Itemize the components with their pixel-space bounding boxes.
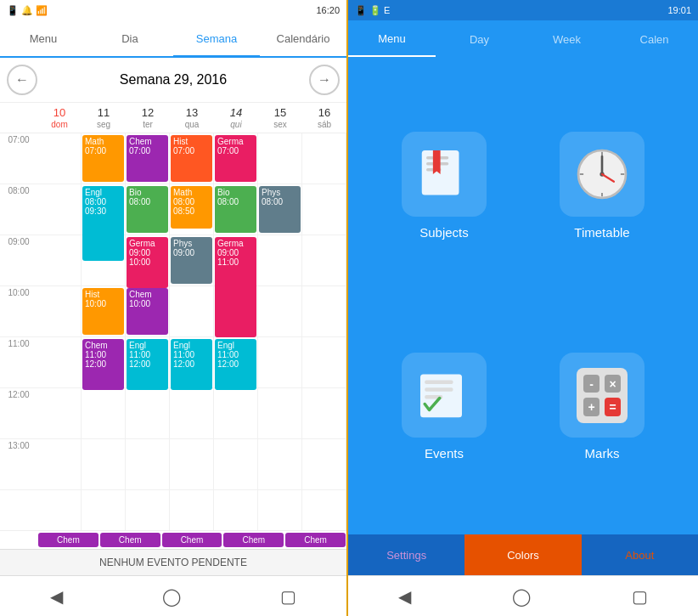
nav-tabs-right: Menu Day Week Calen [348, 20, 698, 58]
chem-item-2[interactable]: Chem [100, 533, 160, 547]
day-col-16 [302, 133, 346, 530]
timetable-icon-wrap [560, 132, 645, 217]
marks-label: Marks [585, 446, 620, 461]
status-icons-right: 📱 🔋 E [355, 5, 390, 16]
subjects-label: Subjects [419, 225, 469, 240]
chem-item-4[interactable]: Chem [223, 533, 284, 547]
day-header-13: 13 qua [170, 103, 214, 133]
subjects-icon-wrap [402, 132, 487, 217]
time-right: 19:01 [667, 5, 691, 15]
event-hist-0700-13[interactable]: Hist07:00 [171, 135, 212, 182]
day-col-14: Germa07:00 Bio08:00 Germa09:0011:00 Engl… [214, 133, 258, 530]
time-0900: 09:00 [0, 235, 37, 286]
day-header-12: 12 ter [126, 103, 170, 133]
day-header-15: 15 sex [258, 103, 302, 133]
colors-tab[interactable]: Colors [464, 534, 581, 575]
day-col-15: Phys08:00 [258, 133, 302, 530]
day-col-12: Chem07:00 Bio08:00 Germa09:0010:00 Chem1… [126, 133, 170, 530]
right-panel: 📱 🔋 E 19:01 Menu Day Week Calen Subjects [348, 0, 698, 616]
day-header-10: 10 dom [37, 103, 82, 133]
time-1100: 11:00 [0, 337, 37, 388]
day-col-10 [37, 133, 82, 530]
event-hist-1000-11[interactable]: Hist10:00 [82, 288, 124, 335]
event-math-0800-13[interactable]: Math08:0008:50 [171, 186, 212, 229]
event-chem-0700-12[interactable]: Chem07:00 [127, 135, 168, 182]
events-icon [414, 365, 474, 425]
marks-item[interactable]: - × + = Marks [523, 297, 681, 518]
recent-button-left[interactable]: ▢ [263, 579, 313, 613]
time-1300: 13:00 [0, 439, 37, 490]
timetable-label: Timetable [574, 225, 629, 240]
bottom-status: NENHUM EVENTO PENDENTE [0, 549, 346, 575]
event-phys-0900-13[interactable]: Phys09:00 [171, 237, 212, 284]
bottom-nav-right: ◀ ◯ ▢ [348, 575, 698, 616]
calendar-body: 07:00 08:00 09:00 10:00 11:00 12:00 13:0… [0, 133, 346, 530]
day-col-11: Math07:00 Engl08:0009:30 Hist10:00 Chem1… [82, 133, 126, 530]
time-0800: 08:00 [0, 184, 37, 235]
event-bio-0800-12[interactable]: Bio08:00 [127, 186, 168, 233]
event-germa-0900-12[interactable]: Germa09:0010:00 [127, 237, 168, 288]
event-engl-1100-14[interactable]: Engl11:0012:00 [215, 339, 256, 390]
subjects-item[interactable]: Subjects [365, 75, 523, 297]
home-grid: Subjects Timetable [348, 58, 698, 534]
recent-button-right[interactable]: ▢ [615, 579, 665, 613]
events-grid: Math07:00 Engl08:0009:30 Hist10:00 Chem1… [37, 133, 346, 530]
event-math-0700-11[interactable]: Math07:00 [82, 135, 124, 182]
timetable-item[interactable]: Timetable [523, 75, 681, 297]
status-icons-left: 📱 🔔 📶 [7, 5, 48, 16]
event-chem-1000-12[interactable]: Chem10:00 [127, 288, 168, 335]
time-left: 16:20 [316, 5, 340, 15]
tab-menu-left[interactable]: Menu [0, 22, 87, 55]
event-engl-0800-11[interactable]: Engl08:0009:30 [82, 186, 124, 261]
tab-calendario[interactable]: Calendário [260, 22, 346, 55]
settings-tab[interactable]: Settings [348, 534, 464, 575]
event-phys-0800-15[interactable]: Phys08:00 [259, 186, 301, 233]
event-germa-0900-14[interactable]: Germa09:0011:00 [215, 237, 256, 337]
timetable-icon [572, 144, 632, 204]
tab-week-right[interactable]: Week [523, 23, 611, 56]
marks-icon-wrap: - × + = [560, 353, 645, 438]
events-icon-wrap [402, 353, 487, 438]
time-0700: 07:00 [0, 133, 37, 184]
home-button-left[interactable]: ◯ [145, 579, 198, 613]
events-label: Events [425, 446, 464, 461]
tab-dia[interactable]: Dia [87, 22, 173, 55]
about-tab[interactable]: About [582, 534, 698, 575]
event-bio-0800-14[interactable]: Bio08:00 [215, 186, 256, 233]
events-item[interactable]: Events [365, 297, 523, 518]
status-bar-right: 📱 🔋 E 19:01 [348, 0, 698, 20]
event-engl-1100-12[interactable]: Engl11:0012:00 [127, 339, 168, 390]
time-1200: 12:00 [0, 388, 37, 439]
subjects-icon [414, 144, 474, 204]
event-germa-0700-14[interactable]: Germa07:00 [215, 135, 256, 182]
chem-item-5[interactable]: Chem [285, 533, 346, 547]
tab-semana[interactable]: Semana [173, 22, 260, 57]
bottom-tabs-right: Settings Colors About [348, 534, 698, 575]
tab-day-right[interactable]: Day [436, 23, 523, 56]
day-header-16: 16 sáb [302, 103, 346, 133]
nav-tabs-left: Menu Dia Semana Calendário [0, 20, 346, 58]
day-col-13: Hist07:00 Math08:0008:50 Phys09:00 Engl1… [170, 133, 214, 530]
tab-calen-right[interactable]: Calen [611, 23, 698, 56]
prev-week-button[interactable]: ← [7, 65, 37, 95]
status-bar-left: 📱 🔔 📶 16:20 [0, 0, 346, 20]
time-1000: 10:00 [0, 286, 37, 337]
event-chem-1100-11[interactable]: Chem11:0012:00 [82, 339, 124, 390]
chem-item-3[interactable]: Chem [162, 533, 222, 547]
day-header-14: 14 qui [214, 103, 258, 133]
home-button-right[interactable]: ◯ [495, 579, 548, 613]
tab-menu-right[interactable]: Menu [348, 22, 436, 57]
svg-rect-14 [425, 381, 453, 384]
back-button-right[interactable]: ◀ [381, 579, 428, 613]
day-header-11: 11 seg [82, 103, 126, 133]
left-panel: 📱 🔔 📶 16:20 Menu Dia Semana Calendário ←… [0, 0, 348, 616]
chem-row: Chem Chem Chem Chem Chem [0, 530, 346, 549]
event-engl-1100-13[interactable]: Engl11:0012:00 [171, 339, 212, 390]
chem-item-1[interactable]: Chem [38, 533, 99, 547]
next-week-button[interactable]: → [309, 65, 340, 95]
time-column: 07:00 08:00 09:00 10:00 11:00 12:00 13:0… [0, 133, 37, 530]
svg-marker-4 [433, 150, 441, 174]
back-button-left[interactable]: ◀ [33, 579, 80, 613]
marks-icon: - × + = [577, 368, 628, 423]
bottom-nav-left: ◀ ◯ ▢ [0, 575, 346, 616]
